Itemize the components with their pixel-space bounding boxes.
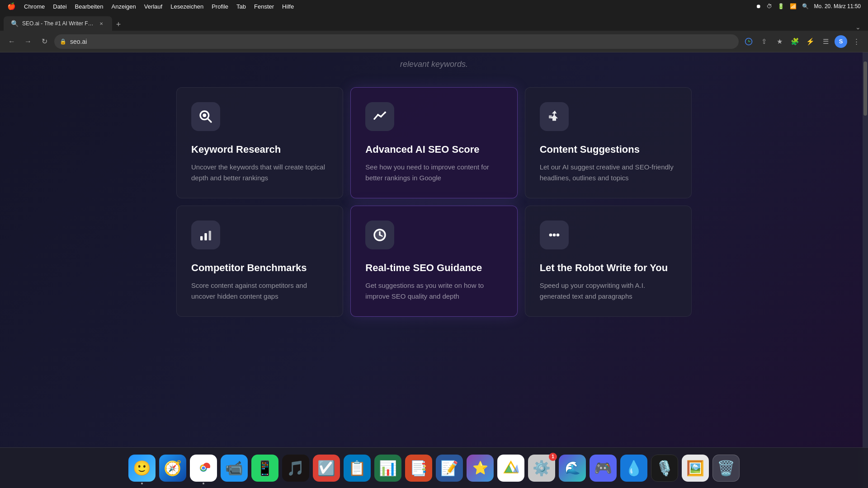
menu-fenster[interactable]: Fenster [254, 3, 274, 10]
address-bar[interactable]: 🔒 seo.ai [54, 34, 739, 49]
feature-card-robot-write[interactable]: Let the Robot Write for You Speed up you… [525, 206, 692, 317]
time-machine-icon: ⏱ [767, 3, 772, 9]
menu-tab[interactable]: Tab [236, 3, 246, 10]
tab-end-controls: ⌄ [125, 23, 864, 31]
svg-point-3 [203, 113, 206, 117]
dock-item-powerpoint[interactable]: 📑 [405, 455, 432, 482]
menu-hilfe[interactable]: Hilfe [282, 3, 294, 10]
trash-icon: 🗑️ [717, 460, 735, 477]
dock-item-drive[interactable] [497, 455, 524, 482]
realtime-seo-icon [365, 221, 394, 249]
svg-point-14 [549, 234, 552, 237]
scrollbar[interactable] [863, 52, 868, 488]
dock-item-todoist[interactable]: ☑️ [313, 455, 340, 482]
svg-line-2 [208, 119, 211, 122]
ai-seo-score-icon [365, 102, 394, 131]
dock-item-raindrop[interactable]: 💧 [620, 455, 647, 482]
bookmark-icon[interactable]: ★ [773, 35, 786, 48]
toolbar-right: ⇧ ★ 🧩 ⚡ ☰ S ⋮ [742, 35, 863, 48]
spotify-icon: 🎵 [287, 460, 305, 477]
powerpoint-icon: 📑 [410, 460, 428, 477]
menu-chrome[interactable]: Chrome [24, 3, 45, 10]
menu-anzeigen[interactable]: Anzeigen [112, 3, 136, 10]
dock-item-trello[interactable]: 📋 [344, 455, 371, 482]
svg-point-4 [377, 114, 379, 116]
svg-point-16 [556, 234, 559, 237]
dock-item-audio[interactable]: 🎙️ [651, 455, 678, 482]
menu-verlauf[interactable]: Verlauf [144, 3, 162, 10]
dock-item-excel[interactable]: 📊 [374, 455, 401, 482]
tab-close-button[interactable]: ✕ [98, 20, 105, 27]
realtime-seo-title: Real-time SEO Guidance [365, 262, 502, 274]
dock-item-trash[interactable]: 🗑️ [712, 455, 740, 482]
feature-card-ai-seo-score[interactable]: Advanced AI SEO Score See how you need t… [350, 87, 517, 198]
search-menu-icon[interactable]: 🔍 [802, 3, 809, 9]
dock-item-chrome[interactable] [190, 455, 217, 482]
feature-card-competitor-benchmarks[interactable]: Competitor Benchmarks Score content agai… [176, 206, 343, 317]
scrollbar-thumb[interactable] [863, 61, 867, 116]
dock-item-whatsapp[interactable]: 📱 [251, 455, 278, 482]
robot-write-description: Speed up your copywriting with A.I. gene… [540, 280, 677, 302]
content-suggestions-title: Content Suggestions [540, 144, 677, 155]
menu-datei[interactable]: Datei [53, 3, 66, 10]
svg-point-20 [202, 466, 205, 469]
forward-button[interactable]: → [22, 35, 34, 48]
extension2-icon[interactable]: ⚡ [804, 35, 816, 48]
browser-frame: 🔍 SEO.ai - The #1 AI Writer For S ✕ + ⌄ … [0, 13, 868, 488]
svg-marker-22 [505, 465, 513, 473]
preview-icon: 🖼️ [686, 460, 704, 477]
dock-item-spotify[interactable]: 🎵 [282, 455, 309, 482]
google-icon[interactable] [742, 35, 755, 48]
safari-icon: 🧭 [164, 460, 182, 477]
active-tab[interactable]: 🔍 SEO.ai - The #1 AI Writer For S ✕ [4, 16, 112, 31]
menu-bearbeiten[interactable]: Bearbeiten [75, 3, 104, 10]
share-icon[interactable]: ⇧ [758, 35, 770, 48]
new-tab-button[interactable]: + [112, 18, 125, 31]
feature-card-keyword-research[interactable]: Keyword Research Uncover the keywords th… [176, 87, 343, 198]
chrome-toolbar: ← → ↻ 🔒 seo.ai ⇧ ★ 🧩 ⚡ ☰ S ⋮ [0, 31, 868, 52]
dock-item-discord[interactable]: 🎮 [590, 455, 617, 482]
realtime-seo-description: Get suggestions as you write on how to i… [365, 280, 502, 302]
tab-favicon: 🔍 [11, 20, 19, 27]
back-button[interactable]: ← [5, 35, 18, 48]
mac-menubar: 🍎 Chrome Datei Bearbeiten Anzeigen Verla… [0, 0, 868, 13]
todoist-icon: ☑️ [317, 460, 335, 477]
recording-icon: ⏺ [756, 3, 761, 9]
menu-lesezeichen[interactable]: Lesezeichen [170, 3, 203, 10]
user-avatar[interactable]: S [835, 35, 847, 48]
trello-icon: 📋 [348, 460, 366, 477]
tab-title: SEO.ai - The #1 AI Writer For S [22, 20, 94, 27]
excel-icon: 📊 [379, 460, 397, 477]
menu-icon[interactable]: ⋮ [850, 35, 863, 48]
dock-item-safari[interactable]: 🧭 [159, 455, 186, 482]
dock-item-word[interactable]: 📝 [436, 455, 463, 482]
dock-item-bezel[interactable]: ⭐ [467, 455, 494, 482]
sidebar-icon[interactable]: ☰ [819, 35, 832, 48]
extension1-icon[interactable]: 🧩 [788, 35, 801, 48]
robot-write-title: Let the Robot Write for You [540, 262, 677, 274]
content-suggestions-icon [540, 102, 569, 131]
finder-dot [141, 483, 143, 484]
dock-item-colorsync[interactable]: ⚙️ 1 [528, 455, 555, 482]
reload-button[interactable]: ↻ [38, 35, 51, 48]
feature-card-content-suggestions[interactable]: Content Suggestions Let our AI suggest c… [525, 87, 692, 198]
dock-item-preview[interactable]: 🖼️ [682, 455, 709, 482]
mac-menubar-left: 🍎 Chrome Datei Bearbeiten Anzeigen Verla… [7, 2, 294, 10]
dock-item-zoom[interactable]: 📹 [221, 455, 248, 482]
feature-card-realtime-seo[interactable]: Real-time SEO Guidance Get suggestions a… [350, 206, 517, 317]
features-grid: Keyword Research Uncover the keywords th… [140, 80, 728, 331]
keyword-research-description: Uncover the keywords that will create to… [191, 162, 328, 183]
apple-icon[interactable]: 🍎 [7, 2, 16, 10]
tab-list-icon[interactable]: ⌄ [855, 23, 861, 31]
dock-item-finder[interactable]: 🙂 [128, 455, 156, 482]
svg-rect-7 [549, 115, 552, 118]
audio-icon: 🎙️ [656, 460, 674, 477]
raindrop-icon: 💧 [625, 460, 643, 477]
ai-seo-score-description: See how you need to improve content for … [365, 162, 502, 183]
dock-item-arc[interactable]: 🌊 [559, 455, 586, 482]
menu-profile[interactable]: Profile [212, 3, 228, 10]
zoom-icon: 📹 [225, 460, 243, 477]
faded-top-text: relevant keywords. [0, 52, 868, 80]
drive-icon [503, 460, 519, 476]
dock: 🙂 🧭 📹 📱 🎵 ☑️ 📋 📊 📑 [0, 447, 868, 488]
